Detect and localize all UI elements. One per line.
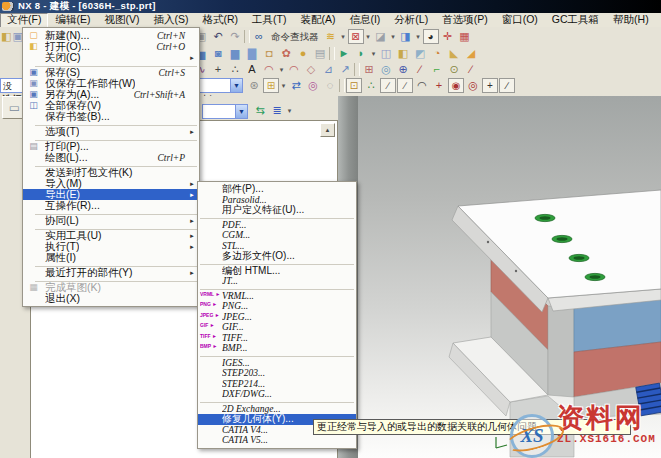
draft-icon[interactable]: ◢ [463, 46, 479, 61]
menu-item-export-user-defined-feature[interactable]: 用户定义特征(U)... [198, 205, 356, 216]
redo-icon[interactable]: ↷ [227, 29, 243, 44]
menu-item-export-iges[interactable]: IGES... [198, 358, 356, 369]
dropdown-caret-icon[interactable]: ▾ [390, 29, 397, 44]
menu-item-recently-opened-parts[interactable]: 最近打开的部件(Y) ► [23, 267, 199, 278]
snap-center-icon[interactable]: ◎ [465, 78, 481, 93]
surface-icon[interactable]: ◠ [286, 62, 302, 77]
edge-blend-icon[interactable]: ◔ [429, 46, 445, 61]
snap-midpoint-icon[interactable]: ∕ [397, 78, 413, 93]
menu-item-interop[interactable]: 互操作(R)... [23, 200, 199, 211]
select-hand-icon[interactable]: ◌ [322, 78, 338, 93]
command-finder-icon[interactable]: ∞ [251, 29, 267, 44]
swap-selection-icon[interactable]: ⇄ [288, 78, 304, 93]
shell-icon[interactable]: ▤ [312, 46, 328, 61]
dropdown-caret-icon[interactable]: ▾ [415, 29, 422, 44]
snap-existing-point-icon[interactable]: + [482, 78, 498, 93]
menu-item-export-author-html[interactable]: 编创 HTML... [198, 266, 356, 277]
trim-icon[interactable]: ∕ [412, 62, 428, 77]
tube-icon[interactable]: ◗ [353, 46, 369, 61]
sketch-icon[interactable]: ⊞ [361, 62, 377, 77]
list-view-icon[interactable]: ≣ [269, 103, 285, 118]
move-object-icon[interactable]: ⊕ [395, 62, 411, 77]
dropdown-caret-icon[interactable]: ▾ [278, 62, 285, 77]
point-icon[interactable]: + [210, 62, 226, 77]
menu-item-exit[interactable]: 退出(X) [23, 293, 199, 304]
menu-information[interactable]: 信息(I) [342, 14, 387, 27]
select-scope-icon[interactable]: ⊞ [263, 78, 279, 93]
snap-point-set-icon[interactable]: ∴ [363, 78, 379, 93]
menu-edit[interactable]: 编辑(E) [48, 14, 97, 27]
menu-tools[interactable]: 工具(T) [245, 14, 293, 27]
snap-tangent-icon[interactable]: ◠ [414, 78, 430, 93]
dropdown-caret-icon[interactable]: ▾ [365, 29, 372, 44]
join-icon[interactable]: ⊙ [446, 62, 462, 77]
divide-icon[interactable]: ∕ [463, 62, 479, 77]
snap-point-icon[interactable]: ⊡ [346, 78, 362, 93]
snap-endpoint-icon[interactable]: ∕ [380, 78, 396, 93]
offset-icon[interactable]: ◎ [378, 62, 394, 77]
point-set-icon[interactable]: ∴ [227, 62, 243, 77]
pin-icon[interactable]: ✛ [440, 29, 456, 44]
part-module-icon[interactable]: ▦ [457, 29, 473, 44]
menu-item-export-pdf[interactable]: PDF... [198, 220, 356, 231]
menu-file[interactable]: 文件(F) [0, 13, 48, 28]
menu-item-export-part[interactable]: 部件(P)... [198, 184, 356, 195]
menu-preferences[interactable]: 首选项(P) [435, 14, 495, 27]
snap-intersection-icon[interactable]: + [431, 78, 447, 93]
dropdown-caret-icon[interactable]: ▾ [370, 46, 377, 61]
dropdown-caret-icon[interactable]: ▾ [280, 78, 287, 93]
selection-scope-combo[interactable]: ▼ [195, 78, 243, 93]
filter-gear-icon[interactable]: ⊛ [246, 78, 262, 93]
datum-plane-icon[interactable]: ◇ [303, 62, 319, 77]
menu-item-export-gif[interactable]: GIF ► GIF... [198, 322, 356, 333]
menu-item-export-step203[interactable]: STEP203... [198, 368, 356, 379]
menu-item-export-dxf-dwg[interactable]: DXF/DWG... [198, 389, 356, 400]
scroll-up-button[interactable]: ▲ [320, 123, 335, 137]
menu-analysis[interactable]: 分析(L) [387, 14, 435, 27]
highlight-icon[interactable]: ◎ [305, 78, 321, 93]
dropdown-caret-icon[interactable]: ▾ [286, 103, 293, 118]
shaded-display-icon[interactable]: ◕ [423, 29, 439, 44]
project-curve-icon[interactable]: ↗ [337, 62, 353, 77]
menu-item-export-cgm[interactable]: CGM... [198, 230, 356, 241]
menu-item-export-png[interactable]: PNG ► PNG... [198, 301, 356, 312]
menu-gc-toolbox[interactable]: GC工具箱 [545, 14, 606, 27]
menu-view[interactable]: 视图(V) [97, 14, 146, 27]
hole-icon[interactable]: ◘ [261, 46, 277, 61]
menu-item-save-bookmark[interactable]: 保存书签(B)... [23, 111, 199, 122]
menu-item-options[interactable]: 选项(T) ► [23, 126, 199, 137]
mini-toolbar-icon-1[interactable]: ◧ [1, 29, 11, 44]
navigator-filter-combo[interactable]: ▼ [202, 104, 248, 119]
work-plane-icon[interactable]: ◪ [373, 29, 389, 44]
fit-view-icon[interactable]: ⇆ [252, 103, 268, 118]
snap-slash-icon[interactable]: ∕ [499, 78, 515, 93]
combo-caret-icon[interactable]: ▼ [230, 79, 242, 92]
layers-icon[interactable]: ≋ [323, 29, 339, 44]
chamfer-icon[interactable]: ◣ [446, 46, 462, 61]
curve-icon[interactable]: ◠ [261, 62, 277, 77]
menu-item-export-jpeg[interactable]: JPEG ► JPEG... [198, 312, 356, 323]
menu-insert[interactable]: 插入(S) [146, 14, 195, 27]
menu-item-close[interactable]: 关闭(C) ► [23, 52, 199, 63]
subtract-icon[interactable]: ◧ [395, 46, 411, 61]
menu-item-export-polygon-file[interactable]: 多边形文件(O)... [198, 251, 356, 262]
menu-item-export-step214[interactable]: STEP214... [198, 379, 356, 390]
block-icon[interactable]: ▆ [227, 46, 243, 61]
menu-help[interactable]: 帮助(H) [606, 14, 656, 27]
window-layout-icon[interactable]: ⊠ [348, 29, 364, 44]
revolve-icon[interactable]: ◙ [210, 46, 226, 61]
combo-caret-icon[interactable]: ▼ [235, 105, 247, 118]
menu-item-export-bmp[interactable]: BMP ► BMP... [198, 343, 356, 354]
intersect-icon[interactable]: ◩ [412, 46, 428, 61]
menu-item-collaborate[interactable]: 协同(L) ► [23, 215, 199, 226]
menu-item-export-vrml[interactable]: VRML ► VRML... [198, 291, 356, 302]
title-bar[interactable]: NX 8 - 建模 - [6036H-_stp.prt] [0, 0, 661, 13]
menu-item-export-jt[interactable]: JT... [198, 276, 356, 287]
menu-assemblies[interactable]: 装配(A) [293, 14, 342, 27]
menu-item-export-catia-v5[interactable]: CATIA V5... [198, 435, 356, 446]
unite-icon[interactable]: ◫ [378, 46, 394, 61]
cylinder-icon[interactable]: ▇ [244, 46, 260, 61]
undo-icon[interactable]: ↶ [210, 29, 226, 44]
menu-item-plot[interactable]: 绘图(L)... Ctrl+P [23, 152, 199, 163]
pattern-feature-icon[interactable]: ✿ [278, 46, 294, 61]
